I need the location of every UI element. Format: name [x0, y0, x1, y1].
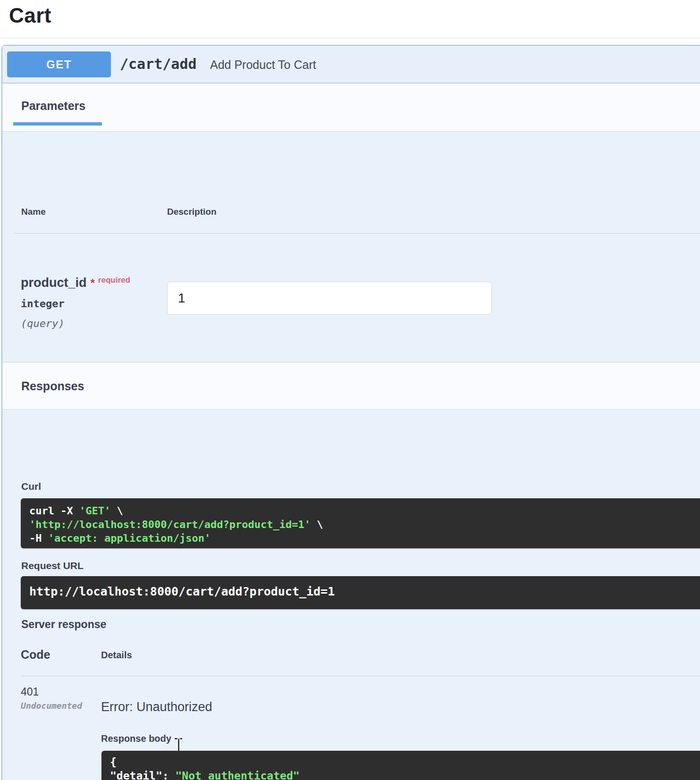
endpoint-summary: Add Product To Cart [210, 58, 316, 72]
endpoint-path: /cart/add [120, 56, 197, 72]
required-label: required [98, 276, 130, 285]
undocumented-label: Undocumented [21, 701, 82, 711]
request-url-block: http://localhost:8000/cart/add?product_i… [21, 576, 700, 609]
page-title: Cart [9, 4, 51, 27]
http-method-badge[interactable]: GET [7, 51, 111, 77]
request-url-value: http://localhost:8000/cart/add?product_i… [29, 585, 335, 598]
parameters-tab-bar: Parameters [2, 84, 700, 132]
request-url-label: Request URL [21, 560, 84, 571]
parameter-name-text: product_id [21, 276, 87, 290]
table-header-border [14, 233, 700, 234]
responses-section-title: Responses [21, 379, 84, 393]
parameter-name: product_id*required [21, 276, 130, 290]
error-description: Error: Unauthorized [101, 700, 212, 714]
parameter-location: (query) [21, 318, 65, 329]
code-column-header: Code [21, 648, 51, 662]
responses-header-band: Responses [2, 362, 700, 410]
response-body-block: { "detail": "Not authenticated"} [101, 751, 700, 780]
opblock-header[interactable]: GET /cart/add Add Product To Cart [2, 46, 700, 84]
product-id-input[interactable] [167, 282, 492, 315]
opblock-get-cart-add: GET /cart/add Add Product To Cart Parame… [1, 45, 700, 780]
tab-active-underline [13, 122, 102, 126]
status-code: 401 [21, 686, 39, 698]
response-table-divider [21, 676, 700, 676]
response-body-label: Response body [101, 733, 171, 744]
section-divider [0, 38, 700, 38]
responses-content: Curl curl -X 'GET' \ 'http://localhost:8… [2, 410, 700, 780]
server-response-label: Server response [21, 618, 106, 631]
parameters-section: Name Description product_id*required int… [2, 132, 700, 362]
curl-code-block: curl -X 'GET' \ 'http://localhost:8000/c… [21, 498, 700, 548]
swagger-ui-page: Cart GET /cart/add Add Product To Cart P… [0, 0, 700, 780]
details-column-header: Details [101, 650, 132, 661]
parameter-type: integer [21, 298, 65, 310]
tab-parameters: Parameters [21, 99, 85, 113]
curl-label: Curl [21, 481, 41, 492]
required-star: * [91, 277, 95, 289]
column-header-description: Description [167, 207, 217, 217]
column-header-name: Name [21, 207, 46, 217]
